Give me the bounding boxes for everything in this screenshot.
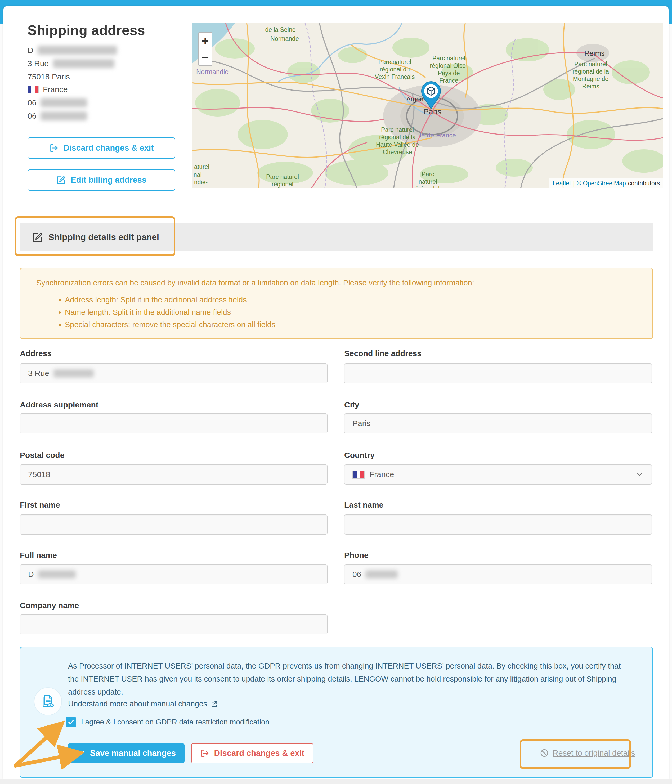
gdpr-paragraph: As Processor of INTERNET USERS’ personal… — [68, 660, 629, 698]
first-name-input[interactable] — [20, 515, 328, 535]
logout-icon — [49, 143, 59, 153]
edit-icon — [56, 175, 66, 185]
summary-phone1-line: 06 — [28, 98, 87, 108]
save-manual-changes-button[interactable]: Save manual changes — [68, 743, 185, 763]
attribution-separator: | — [573, 180, 574, 187]
openstreetmap-link[interactable]: © OpenStreetMap — [577, 180, 626, 187]
shipping-address-page: { "colors": { "accent_blue": "#29abe2", … — [0, 0, 672, 784]
redacted-phone — [366, 570, 398, 578]
city-input[interactable]: Paris — [344, 413, 652, 434]
leaflet-link[interactable]: Leaflet — [552, 180, 571, 187]
panel-title: Shipping details edit panel — [48, 232, 159, 242]
attribution-suffix: contributors — [628, 180, 660, 187]
understand-more-link[interactable]: Understand more about manual changes — [68, 700, 218, 708]
warning-intro: Synchronization errors can be caused by … — [36, 278, 474, 287]
zoom-out-button[interactable]: − — [199, 49, 212, 65]
redacted-phone1 — [40, 98, 87, 107]
gdpr-consent-checkbox[interactable] — [66, 717, 76, 727]
redacted-full-name — [38, 570, 76, 578]
last-name-input[interactable] — [344, 515, 652, 535]
gdpr-checkbox-label: I agree & I consent on GDPR data restric… — [81, 718, 269, 726]
summary-name-line: D — [28, 45, 117, 56]
postal-code-input[interactable]: 75018 — [20, 464, 328, 485]
summary-country-line: France — [28, 84, 67, 95]
gdpr-consent-box: As Processor of INTERNET USERS’ personal… — [20, 647, 653, 778]
summary-phone2-line: 06 — [28, 111, 87, 121]
warning-bullet: Special characters: remove the special c… — [65, 320, 275, 329]
full-name-label: Full name — [20, 551, 57, 560]
map-zoom-control: + − — [198, 32, 212, 66]
country-select[interactable]: France — [344, 464, 652, 485]
reset-to-original-link[interactable]: Reset to original details — [540, 748, 635, 758]
redacted-name — [37, 46, 117, 55]
zoom-in-button[interactable]: + — [199, 33, 212, 49]
redacted-phone2 — [40, 112, 87, 120]
logout-icon — [200, 749, 209, 758]
leaflet-map[interactable]: de la Seine Normande Normandie Parc natu… — [193, 23, 663, 188]
summary-street-line: 3 Rue — [28, 58, 114, 69]
external-link-icon — [210, 700, 218, 708]
address-label: Address — [20, 349, 51, 358]
sync-warning-box: Synchronization errors can be caused by … — [20, 268, 653, 339]
edit-panel-icon — [32, 232, 43, 243]
page-title: Shipping address — [28, 22, 145, 38]
discard-changes-exit-button-bottom[interactable]: Discard changes & exit — [191, 743, 314, 763]
country-label: Country — [344, 451, 375, 460]
address-supplement-input[interactable] — [20, 413, 328, 434]
gdpr-consent-row: I agree & I consent on GDPR data restric… — [66, 717, 269, 727]
summary-city-line: 75018 Paris — [28, 72, 70, 82]
discard-changes-exit-button-top[interactable]: Discard changes & exit — [28, 137, 175, 159]
ban-icon — [540, 748, 549, 758]
address-input[interactable]: 3 Rue — [20, 363, 328, 383]
redacted-address-value — [53, 369, 94, 377]
redacted-street — [53, 59, 114, 68]
city-label: City — [344, 400, 359, 409]
company-name-label: Company name — [20, 601, 79, 610]
first-name-label: First name — [20, 501, 60, 509]
france-flag-icon — [352, 470, 365, 479]
warning-bullet: Address length: Split it in the addition… — [65, 296, 275, 304]
second-line-address-input[interactable] — [344, 363, 652, 383]
company-name-input[interactable] — [20, 614, 328, 635]
warning-bullet: Name length: Split it in the additional … — [65, 308, 275, 317]
check-icon — [77, 749, 85, 758]
phone-input[interactable]: 06 — [344, 564, 652, 584]
last-name-label: Last name — [344, 501, 383, 509]
second-line-address-label: Second line address — [344, 349, 422, 358]
phone-label: Phone — [344, 551, 369, 560]
page-bottom-strip — [0, 779, 672, 784]
chevron-down-icon — [636, 470, 644, 478]
address-supplement-label: Address supplement — [20, 400, 98, 409]
map-marker-pin[interactable] — [420, 81, 442, 110]
france-flag-icon — [28, 86, 39, 93]
edit-billing-address-button[interactable]: Edit billing address — [28, 170, 175, 191]
map-attribution: Leaflet | © OpenStreetMap contributors — [549, 179, 663, 188]
full-name-input[interactable]: D — [20, 564, 328, 584]
shipping-details-panel-header: Shipping details edit panel — [20, 223, 653, 251]
postal-code-label: Postal code — [20, 451, 64, 460]
document-review-icon — [34, 688, 62, 716]
